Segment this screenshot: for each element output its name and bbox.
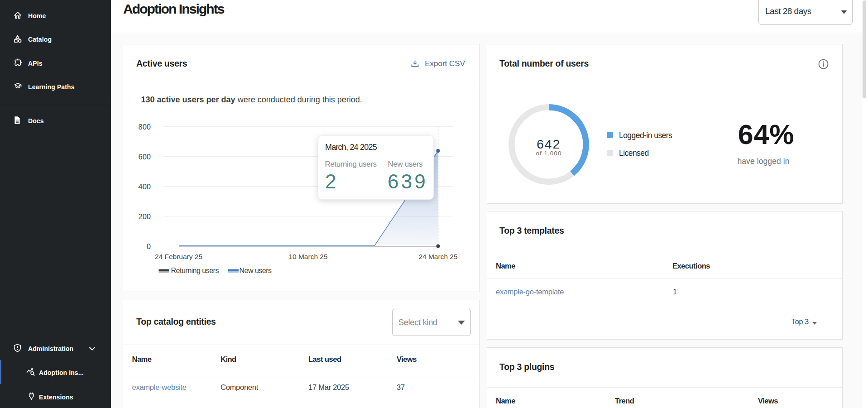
svg-text:800: 800 <box>138 123 151 131</box>
svg-text:0: 0 <box>147 242 151 250</box>
svg-text:24 February 25: 24 February 25 <box>155 253 202 260</box>
svg-text:600: 600 <box>138 153 151 161</box>
svg-text:Returning users: Returning users <box>171 267 219 274</box>
svg-text:200: 200 <box>138 212 151 221</box>
svg-text:400: 400 <box>138 182 151 191</box>
svg-text:New users: New users <box>240 267 272 274</box>
svg-text:24 March 25: 24 March 25 <box>418 253 457 260</box>
svg-text:10 March 25: 10 March 25 <box>288 253 327 260</box>
